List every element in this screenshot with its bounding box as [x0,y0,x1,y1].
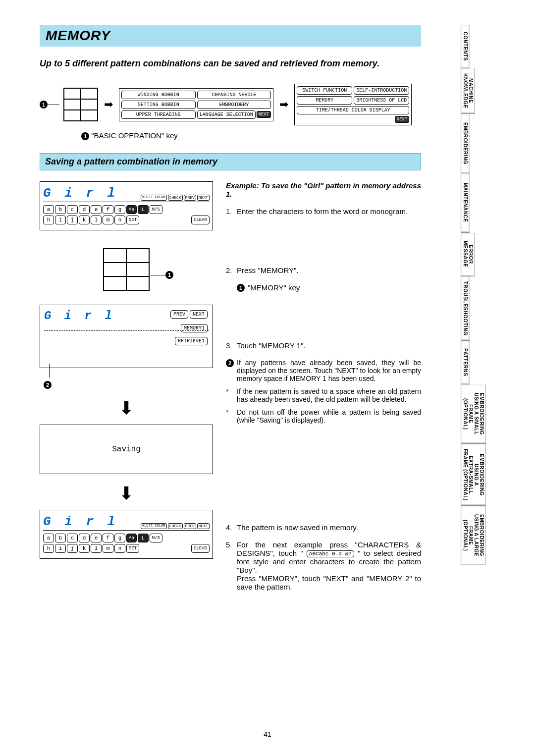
tab-contents[interactable]: CONTENTS [461,25,470,68]
key-aa[interactable]: Aa [126,205,137,214]
retrieve1-button[interactable]: RETRIEVE1 [175,337,208,345]
next-button[interactable]: NEXT [197,523,210,529]
basic-op-keygrid [63,88,98,121]
key-j[interactable]: j [67,216,78,224]
step-text: Enter the characters to form the word or… [237,207,421,216]
setting-bobbin-button[interactable]: SETTING BOBBIN [121,101,196,109]
key-g[interactable]: g [114,205,125,214]
arrow-right-icon: ➡ [279,98,288,111]
changing-needle-button[interactable]: CHANGING NEEDLE [197,91,271,99]
next-button[interactable]: NEXT [190,310,208,319]
key-set[interactable]: SET [126,544,139,553]
prev-button[interactable]: PREV [184,523,196,529]
two-column-layout: G i r l MULTI COLOR CHECK PREV NEXT a b … [40,181,421,600]
saving-text: Saving [112,445,141,454]
lcd-screen-2: SWITCH FUNCTION SELF-INTRODUCTION MEMORY… [294,84,412,125]
key-l[interactable]: l [91,544,102,553]
step-num: 4. [226,523,237,532]
note-text: If the new pattern is saved to a space w… [237,387,421,403]
winding-bobbin-button[interactable]: WINDING BOBBIN [121,91,196,99]
tab-embroidering-large[interactable]: EMBROIDERING USING A LARGE FRAME (OPTION… [461,506,486,565]
next-button-1[interactable]: NEXT [257,111,271,118]
key-n[interactable]: n [114,544,125,553]
prev-button[interactable]: PREV [170,310,188,319]
tab-embroidering[interactable]: EMBROIDERING [461,114,470,173]
callout-2-marker: 2 [44,381,52,389]
key-row-a: a b c d e f g Aa L M/S [43,534,210,542]
side-tabs: CONTENTS MACHINE KNOWLEDGE EMBROIDERING … [461,25,535,565]
key-e[interactable]: e [91,534,102,542]
step-text: For the next example press "CHARACTERS &… [237,540,421,591]
key-h[interactable]: h [43,544,54,553]
key-size-ms[interactable]: M/S [150,534,162,542]
memory-key-label: 1 "MEMORY" key [237,283,421,292]
tab-patterns[interactable]: PATTERNS [461,341,470,384]
step-text: Press "MEMORY". [237,266,421,274]
embroidery-button[interactable]: EMBROIDERY [197,101,271,109]
memory-key-area: 1 [40,248,213,291]
step-text: The pattern is now saved in memory. [237,523,421,532]
language-selection-button[interactable]: LANGUAGE SELECTION [197,110,256,119]
screens-row: 1 ➡ WINDING BOBBIN CHANGING NEEDLE SETTI… [40,84,505,125]
brightness-button[interactable]: BRIGHTNESS OF LCD [354,96,409,105]
key-h[interactable]: h [43,216,54,224]
next-button-2[interactable]: NEXT [395,116,410,123]
key-k[interactable]: k [79,544,90,553]
tab-machine-knowledge[interactable]: MACHINE KNOWLEDGE [461,68,475,114]
multi-color-button[interactable]: MULTI COLOR [141,195,166,201]
key-d[interactable]: d [79,205,90,214]
key-size-ms[interactable]: M/S [150,205,162,214]
tab-embroidering-small[interactable]: EMBROIDERING USING A SMALL FRAME (OPTION… [461,384,486,444]
key-clear[interactable]: CLEAR [191,544,210,553]
key-set[interactable]: SET [126,216,139,224]
key-e[interactable]: e [91,205,102,214]
next-button[interactable]: NEXT [197,195,210,201]
key-size-l[interactable]: L [138,205,149,214]
check-button[interactable]: CHECK [168,195,183,201]
key-aa[interactable]: Aa [126,534,137,542]
key-k[interactable]: k [79,216,90,224]
key-b[interactable]: b [55,534,66,542]
memory1-button[interactable]: MEMORY1 [181,324,208,332]
key-m[interactable]: m [103,544,113,553]
callout-1-marker: 1 [40,101,48,108]
char-entry-screen-2: G i r l MULTI COLOR CHECK PREV NEXT a b … [40,510,213,559]
key-j[interactable]: j [67,544,78,553]
callout-2 [49,364,50,378]
key-c[interactable]: c [67,534,78,542]
page-title: MEMORY [46,28,415,44]
memory-button[interactable]: MEMORY [297,96,352,105]
abc-font-button[interactable]: ABCabc 0-9 &? [307,550,354,557]
key-c[interactable]: c [67,205,78,214]
key-clear[interactable]: CLEAR [191,216,210,224]
tab-error-message[interactable]: ERROR MESSAGE [461,233,475,276]
self-introduction-button[interactable]: SELF-INTRODUCTION [354,86,409,95]
key-f[interactable]: f [103,534,113,542]
upper-threading-button[interactable]: UPPER THREADING [121,110,196,119]
key-n[interactable]: n [114,216,125,224]
tab-maintenance[interactable]: MAINTENANCE [461,173,470,233]
key-i[interactable]: i [55,544,66,553]
tab-troubleshooting[interactable]: TROUBLESHOOTING [461,276,470,341]
key-size-l[interactable]: L [138,534,149,542]
key-d[interactable]: d [79,534,90,542]
tab-embroidering-xsmall[interactable]: EMBROIDERING USING A EXTRA-SMALL FRAME (… [461,444,486,506]
time-thread-button[interactable]: TIME/THREAD COLOR DISPLAY [297,106,409,114]
callout-1-line [48,105,59,105]
key-f[interactable]: f [103,205,113,214]
key-l[interactable]: l [91,216,102,224]
callout-1-text: 1 "BASIC OPERATION" key [81,131,505,140]
prev-button[interactable]: PREV [184,195,196,201]
key-a[interactable]: a [43,205,54,214]
callout-1-marker: 1 [81,132,89,140]
basic-operation-label: "BASIC OPERATION" key [91,131,178,140]
key-b[interactable]: b [55,205,66,214]
check-button[interactable]: CHECK [168,523,183,529]
key-g[interactable]: g [114,534,125,542]
key-i[interactable]: i [55,216,66,224]
key-a[interactable]: a [43,534,54,542]
multi-color-button[interactable]: MULTI COLOR [141,523,166,529]
switch-function-button[interactable]: SWITCH FUNCTION [297,86,352,95]
key-m[interactable]: m [103,216,113,224]
page-content: MEMORY Up to 5 different pattern combina… [0,0,535,625]
